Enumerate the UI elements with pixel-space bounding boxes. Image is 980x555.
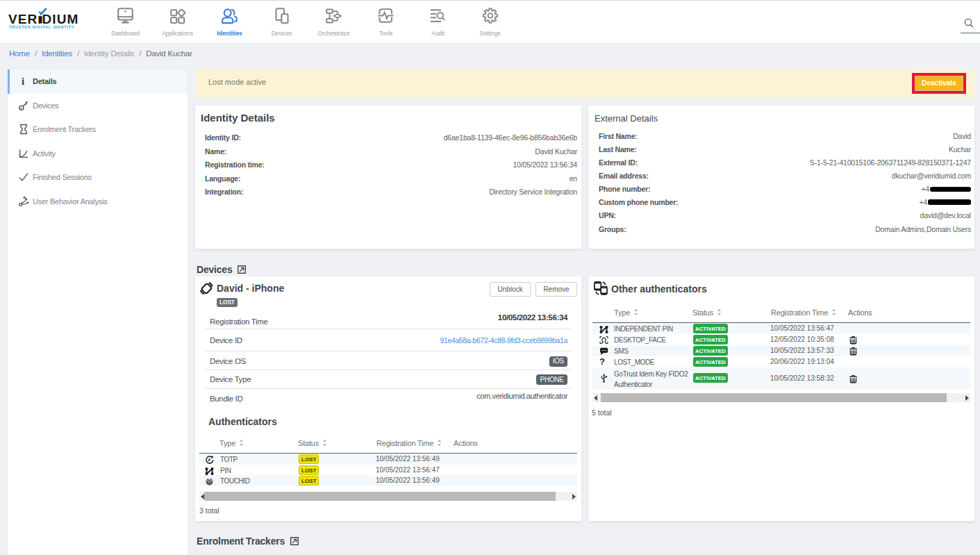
svg-text:i: i bbox=[22, 76, 24, 87]
svg-text:VERIDIUM: VERIDIUM bbox=[8, 12, 78, 26]
svg-text:TRUSTED DIGITAL IDENTITY: TRUSTED DIGITAL IDENTITY bbox=[9, 25, 74, 29]
